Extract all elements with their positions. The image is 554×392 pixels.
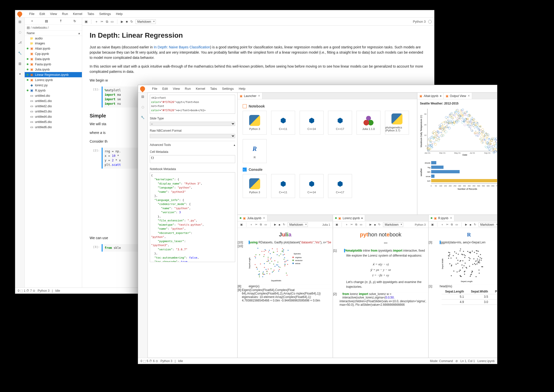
- file-row[interactable]: untitled2.dio: [25, 103, 82, 109]
- refresh-button[interactable]: ↻: [73, 19, 76, 23]
- file-row[interactable]: R.ipynb: [25, 88, 82, 93]
- naive-bayes-link[interactable]: In Depth: Naive Bayes Classification: [154, 45, 210, 49]
- upload-button[interactable]: ⤒: [59, 19, 62, 23]
- stop-button[interactable]: ■: [126, 20, 128, 23]
- file-row[interactable]: untitled6.dio: [25, 124, 82, 130]
- launcher-card[interactable]: RR: [243, 139, 267, 163]
- file-row[interactable]: untitled4.dio: [25, 114, 82, 119]
- paste-button[interactable]: ▭: [111, 20, 114, 23]
- launcher-card[interactable]: ⬢C++17: [328, 111, 352, 135]
- file-row[interactable]: Data.ipynb: [25, 56, 82, 62]
- svg-point-469: [277, 265, 278, 266]
- new-launcher-button[interactable]: ＋: [30, 19, 34, 23]
- svg-point-59: [437, 140, 439, 142]
- svg-point-236: [471, 119, 472, 120]
- file-row[interactable]: Lorenz.ipynb: [25, 77, 82, 83]
- menu-edit[interactable]: Edit: [39, 12, 45, 16]
- folder-icon[interactable]: ▤: [17, 19, 22, 24]
- restart-button[interactable]: ↻: [130, 20, 133, 23]
- commands-icon[interactable]: ▥: [17, 61, 22, 66]
- copy-button[interactable]: ⧉: [106, 20, 108, 24]
- breadcrumb[interactable]: ▤ / notebooks /: [25, 25, 82, 30]
- wrench-icon[interactable]: 🔧: [17, 51, 22, 56]
- insert-cell-button[interactable]: ＋: [95, 19, 98, 24]
- menu-tabs[interactable]: Tabs: [87, 12, 94, 16]
- save-button[interactable]: ▣: [240, 223, 243, 226]
- file-row[interactable]: untitled.dio: [25, 93, 82, 98]
- notebook-metadata[interactable]: { "kernelspec": { "display_name": "Pytho…: [150, 172, 235, 262]
- tab-altair[interactable]: ▣Altair.ipynb: [417, 93, 444, 99]
- menu-settings[interactable]: Settings: [99, 12, 111, 16]
- menu-run[interactable]: Run: [62, 12, 68, 16]
- cut-button[interactable]: ✂: [101, 20, 103, 23]
- svg-point-359: [493, 142, 495, 144]
- cell-metadata-input[interactable]: {}: [150, 155, 235, 163]
- launcher-card[interactable]: ⬢C++11: [271, 174, 295, 198]
- kernel-name[interactable]: Python 3: [413, 20, 426, 23]
- svg-point-623: [462, 260, 463, 261]
- svg-point-375: [497, 151, 497, 153]
- svg-point-605: [448, 252, 449, 253]
- launcher-card[interactable]: ⬢C++14: [300, 174, 324, 198]
- iris-scatter-output: SepalWidth SepalLength Species virginica…: [249, 244, 304, 284]
- svg-point-301: [483, 137, 484, 137]
- svg-point-568: [456, 253, 457, 254]
- nbconvert-format-select[interactable]: [150, 134, 235, 138]
- launcher-card[interactable]: Julia 1.1.0: [357, 111, 380, 135]
- menu-kernel[interactable]: Kernel: [73, 12, 82, 16]
- svg-text:30: 30: [424, 113, 426, 115]
- file-row[interactable]: Cpp.ipynb: [25, 51, 82, 56]
- tab-output-view[interactable]: ▣Output View✕: [444, 93, 472, 99]
- console-icon: ›_: [243, 168, 247, 172]
- r-scatter-output: Sepal.Length Sepal.Width: [429, 244, 497, 284]
- svg-point-257: [475, 124, 476, 125]
- svg-point-162: [457, 109, 458, 110]
- slide-type-select[interactable]: –: [150, 122, 235, 126]
- menu-file[interactable]: File: [29, 12, 34, 16]
- folder-icon[interactable]: ▤: [140, 94, 145, 99]
- launcher-card[interactable]: phylogenetics (Python 3.7): [385, 111, 409, 135]
- sort-icon[interactable]: ▴: [78, 31, 80, 35]
- file-row[interactable]: untitled1.dio: [25, 98, 82, 103]
- file-row[interactable]: lorenz.py: [25, 83, 82, 88]
- file-row[interactable]: Fasta.ipynb: [25, 62, 82, 67]
- close-icon[interactable]: ✕: [263, 216, 265, 220]
- svg-point-546: [472, 251, 473, 252]
- file-row[interactable]: audio: [25, 36, 82, 41]
- svg-point-476: [263, 274, 264, 275]
- git-icon[interactable]: ⎇: [17, 40, 22, 45]
- launcher-card[interactable]: Python 3: [243, 174, 267, 198]
- file-row[interactable]: Julia.ipynb: [25, 67, 82, 72]
- tab-r[interactable]: ▣R.ipynb✕: [429, 215, 454, 221]
- column-name[interactable]: Name: [27, 31, 35, 35]
- running-icon[interactable]: ◌: [140, 104, 145, 109]
- svg-point-514: [258, 274, 259, 275]
- launcher-card[interactable]: Python 3: [243, 111, 267, 135]
- celltype-dropdown[interactable]: Markdown: [136, 19, 156, 24]
- launcher-card[interactable]: ⬢C++14: [300, 111, 324, 135]
- tab-launcher[interactable]: ▣Launcher✕: [238, 93, 262, 99]
- file-row[interactable]: images: [25, 41, 82, 46]
- svg-point-629: [469, 258, 470, 259]
- launcher-card[interactable]: ⬢C++17: [328, 174, 352, 198]
- markdown-source[interactable]: <h1><font color="#f37626">pyt</font>hon …: [150, 95, 235, 114]
- tab-lorenz[interactable]: ▣Lorenz.ipynb: [333, 215, 365, 221]
- wrench-icon[interactable]: 🔧: [140, 115, 145, 120]
- new-folder-button[interactable]: ▤: [45, 19, 48, 23]
- close-icon[interactable]: ✕: [468, 94, 470, 98]
- run-button[interactable]: ▶: [121, 20, 123, 23]
- menu-help[interactable]: Help: [116, 12, 123, 16]
- running-icon[interactable]: ◌: [17, 30, 22, 35]
- file-row[interactable]: Altair.ipynb: [25, 46, 82, 51]
- close-icon[interactable]: ✕: [258, 94, 260, 98]
- file-row[interactable]: untitled5.dio: [25, 119, 82, 124]
- svg-point-582: [449, 263, 450, 264]
- file-row[interactable]: untitled3.dio: [25, 109, 82, 114]
- save-button[interactable]: ▣: [85, 20, 88, 23]
- tab-julia[interactable]: ▣Julia.ipynb✕: [238, 215, 267, 221]
- close-icon[interactable]: ✕: [450, 216, 452, 220]
- file-row[interactable]: Linear Regression.ipynb: [25, 72, 82, 77]
- menu-view[interactable]: View: [50, 12, 57, 16]
- extensions-icon[interactable]: ✦: [17, 72, 22, 77]
- launcher-card[interactable]: ⬢C++11: [271, 111, 295, 135]
